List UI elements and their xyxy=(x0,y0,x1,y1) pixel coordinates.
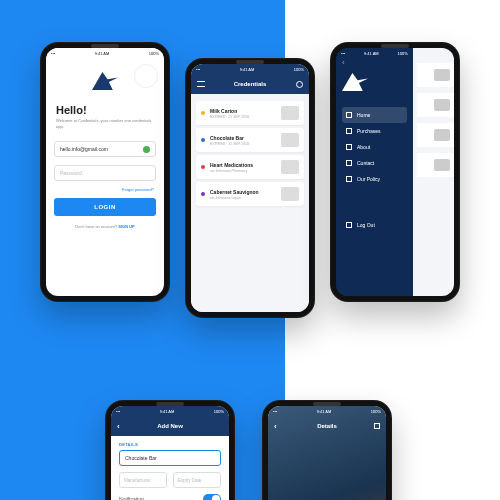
email-field[interactable]: hello.info@gmail.com xyxy=(54,141,156,157)
email-value: hello.info@gmail.com xyxy=(60,146,108,152)
battery-icon: 100% xyxy=(397,51,407,56)
list-item[interactable]: Heart Medicationsvia Johnsons Pharmacy xyxy=(196,155,304,179)
list-item[interactable] xyxy=(417,153,454,177)
nav-label: Log Out xyxy=(357,222,375,228)
status-bar: ••• 9:41 AM 100% xyxy=(46,48,164,58)
notification-label: Notification xyxy=(119,496,144,500)
signal-icon: ••• xyxy=(116,409,120,414)
status-bar: ••• 9:41 AM 100% xyxy=(191,64,309,74)
expiry-field[interactable]: Expiry Date xyxy=(173,472,221,488)
nav-item-logout[interactable]: Log Out xyxy=(342,217,407,233)
header-bar: Credentials xyxy=(191,74,309,94)
battery-icon: 100% xyxy=(294,67,304,72)
item-thumbnail xyxy=(281,187,299,201)
signup-link[interactable]: SIGN UP xyxy=(118,224,134,229)
password-placeholder: Password xyxy=(60,170,82,176)
item-title: Milk Carton xyxy=(210,108,281,114)
nav-item-policy[interactable]: Our Policy xyxy=(342,171,407,187)
item-thumbnail xyxy=(281,133,299,147)
list-item[interactable] xyxy=(417,123,454,147)
search-icon[interactable] xyxy=(296,81,303,88)
info-icon xyxy=(346,144,352,150)
back-icon[interactable]: ‹ xyxy=(117,422,120,431)
home-icon xyxy=(346,112,352,118)
status-bar: ••• 9:41 AM 100% xyxy=(111,406,229,416)
status-dot-icon xyxy=(201,192,205,196)
back-icon[interactable]: ‹ xyxy=(342,58,407,67)
check-icon xyxy=(143,146,150,153)
item-subtitle: EXPIRED · 21 SEP 2018 xyxy=(210,115,281,119)
phone-credentials: ••• 9:41 AM 100% Credentials Milk Carton… xyxy=(185,58,315,318)
signup-prompt: Don't have an account? SIGN UP xyxy=(46,224,164,229)
item-thumbnail xyxy=(281,160,299,174)
status-bar: ••• 9:41 AM 100% xyxy=(336,48,413,58)
status-time: 9:41 AM xyxy=(317,409,332,414)
status-dot-icon xyxy=(201,165,205,169)
page-title: Credentials xyxy=(234,81,267,87)
edit-icon[interactable] xyxy=(374,423,380,429)
phone-details: ••• 9:41 AM 100% ‹ Details xyxy=(262,400,392,500)
battery-icon: 100% xyxy=(371,409,381,414)
placeholder: Manufacturer xyxy=(124,478,151,483)
battery-icon: 100% xyxy=(149,51,159,56)
item-thumbnail xyxy=(434,69,450,81)
menu-icon[interactable] xyxy=(197,81,205,87)
brand-logo-icon xyxy=(92,72,118,90)
nav-label: Contact xyxy=(357,160,374,166)
mail-icon xyxy=(346,160,352,166)
list-item[interactable]: Chocolate BarEXPIRED · 12 SEP 2018 xyxy=(196,128,304,152)
brand-logo-icon xyxy=(342,73,368,91)
notification-toggle[interactable] xyxy=(203,494,221,500)
page-title: Add New xyxy=(157,423,183,429)
nav-item-home[interactable]: Home xyxy=(342,107,407,123)
nav-label: Purchases xyxy=(357,128,381,134)
credentials-list: Milk CartonEXPIRED · 21 SEP 2018 Chocola… xyxy=(191,94,309,312)
item-subtitle: EXPIRED · 12 SEP 2018 xyxy=(210,142,281,146)
status-time: 9:41 AM xyxy=(240,67,255,72)
list-item[interactable] xyxy=(417,93,454,117)
signal-icon: ••• xyxy=(196,67,200,72)
item-thumbnail xyxy=(434,159,450,171)
header-bar: ‹ Add New xyxy=(111,416,229,436)
item-subtitle: via Johnsons Liquor xyxy=(210,196,281,200)
item-subtitle: via Johnsons Pharmacy xyxy=(210,169,281,173)
status-dot-icon xyxy=(201,111,205,115)
manufacturer-field[interactable]: Manufacturer xyxy=(119,472,167,488)
item-title: Cabernet Sauvignon xyxy=(210,189,281,195)
nav-label: Home xyxy=(357,112,370,118)
list-item[interactable]: Milk CartonEXPIRED · 21 SEP 2018 xyxy=(196,101,304,125)
cart-icon xyxy=(346,128,352,134)
content-peek xyxy=(413,48,454,296)
name-field[interactable]: Chocolate Bar xyxy=(119,450,221,466)
logo-area xyxy=(46,58,164,104)
login-button[interactable]: LOGIN xyxy=(54,198,156,216)
password-field[interactable]: Password xyxy=(54,165,156,181)
page-title: Details xyxy=(317,423,337,429)
signal-icon: ••• xyxy=(51,51,55,56)
item-thumbnail xyxy=(434,99,450,111)
nav-label: About xyxy=(357,144,370,150)
nav-label: Our Policy xyxy=(357,176,380,182)
greeting-subtitle: Welcome to Credentials, your number one … xyxy=(46,118,164,137)
status-time: 9:41 AM xyxy=(95,51,110,56)
notification-row: Notification xyxy=(119,494,221,500)
placeholder: Expiry Date xyxy=(178,478,201,483)
phone-add-new: ••• 9:41 AM 100% ‹ Add New DETAILS Choco… xyxy=(105,400,235,500)
back-icon[interactable]: ‹ xyxy=(274,422,277,431)
phone-login: ••• 9:41 AM 100% Hello! Welcome to Crede… xyxy=(40,42,170,302)
nav-item-contact[interactable]: Contact xyxy=(342,155,407,171)
status-bar: ••• 9:41 AM 100% xyxy=(268,406,386,416)
name-value: Chocolate Bar xyxy=(125,455,157,461)
nav-item-about[interactable]: About xyxy=(342,139,407,155)
greeting-heading: Hello! xyxy=(46,104,164,118)
status-time: 9:41 AM xyxy=(160,409,175,414)
logout-icon xyxy=(346,222,352,228)
list-item[interactable]: Cabernet Sauvignonvia Johnsons Liquor xyxy=(196,182,304,206)
signup-prefix: Don't have an account? xyxy=(75,224,118,229)
item-thumbnail xyxy=(434,129,450,141)
signal-icon: ••• xyxy=(273,409,277,414)
header-bar: ‹ Details xyxy=(268,416,386,436)
nav-item-purchases[interactable]: Purchases xyxy=(342,123,407,139)
forgot-password-link[interactable]: Forgot password? xyxy=(46,185,164,198)
list-item[interactable] xyxy=(417,63,454,87)
